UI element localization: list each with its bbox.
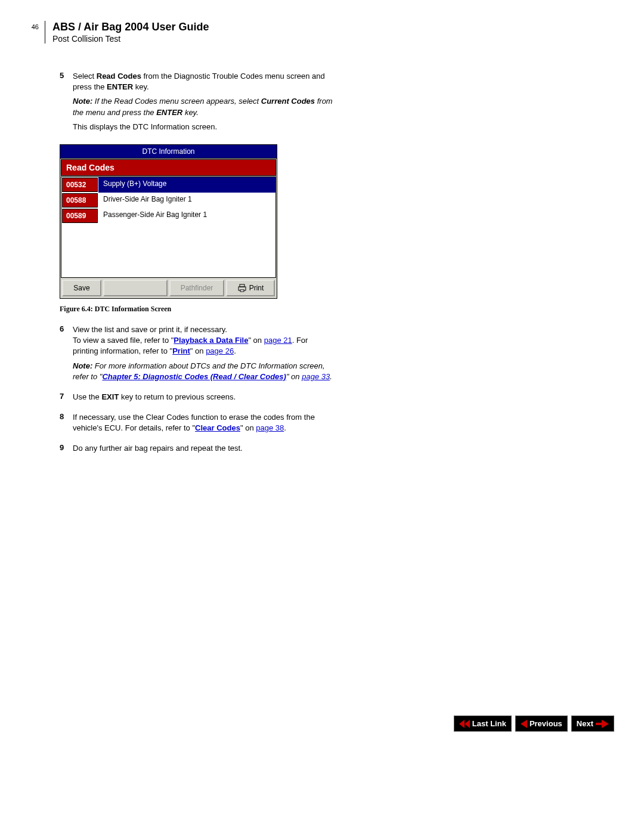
text-bold: Current Codes	[261, 97, 315, 106]
playback-link[interactable]: Playback a Data File	[174, 336, 248, 345]
text: .	[284, 423, 286, 432]
dtc-rows: 00532 Supply (B+) Voltage 00588 Driver-S…	[61, 176, 276, 278]
note-label: Note:	[73, 97, 95, 106]
text-bold: ENTER	[156, 108, 182, 117]
text: " on	[190, 346, 206, 355]
last-link-button[interactable]: Last Link	[454, 716, 512, 732]
screen-subtitle: Read Codes	[61, 159, 276, 176]
text: If the Read Codes menu screen appears, s…	[95, 97, 261, 106]
table-row[interactable]: 00532 Supply (B+) Voltage	[61, 177, 275, 193]
text: key to return to previous screens.	[119, 392, 236, 401]
text: To view a saved file, refer to "	[73, 336, 174, 345]
chevron-double-left-icon	[459, 720, 470, 728]
text: " on	[240, 423, 256, 432]
svg-marker-4	[465, 720, 470, 728]
header-divider	[45, 21, 45, 44]
nav-label: Previous	[530, 719, 562, 728]
table-row[interactable]: 00588 Driver-Side Air Bag Igniter 1	[61, 193, 275, 208]
step-number: 5	[60, 71, 73, 136]
text: Do any further air bag repairs and repea…	[73, 443, 334, 454]
page38-link[interactable]: page 38	[256, 423, 284, 432]
print-label: Print	[249, 284, 264, 292]
text: " on	[286, 372, 302, 381]
page-subtitle: Post Collision Test	[52, 34, 614, 44]
dtc-code: 00589	[62, 209, 98, 223]
svg-rect-1	[240, 284, 244, 287]
page-title: ABS / Air Bag 2004 User Guide	[52, 21, 614, 33]
blank-button[interactable]	[103, 280, 168, 296]
dtc-desc: Supply (B+) Voltage	[98, 177, 275, 193]
text: key.	[182, 108, 199, 117]
nav-label: Last Link	[472, 719, 506, 728]
step-number: 9	[60, 443, 73, 457]
dtc-code: 00588	[62, 193, 98, 208]
step-7: 7 Use the EXIT key to return to previous…	[60, 392, 334, 406]
step-9: 9 Do any further air bag repairs and rep…	[60, 443, 334, 457]
pathfinder-button[interactable]: Pathfinder	[169, 280, 224, 296]
print-link[interactable]: Print	[172, 346, 190, 355]
clear-codes-link[interactable]: Clear Codes	[195, 423, 240, 432]
next-button[interactable]: Next	[571, 716, 614, 732]
text: Use the	[73, 392, 101, 401]
svg-marker-5	[521, 720, 527, 728]
page-number: 46	[24, 21, 39, 30]
text-bold: ENTER	[107, 82, 133, 91]
note-label: Note:	[73, 361, 95, 370]
svg-marker-7	[602, 720, 609, 728]
text: Select	[73, 72, 97, 80]
text: key.	[133, 82, 149, 91]
step-8: 8 If necessary, use the Clear Codes func…	[60, 412, 334, 437]
text: .	[330, 372, 332, 381]
print-icon	[237, 284, 247, 292]
previous-button[interactable]: Previous	[515, 716, 568, 732]
print-button[interactable]: Print	[226, 280, 275, 296]
step-number: 8	[60, 412, 73, 437]
chevron-left-icon	[521, 720, 527, 728]
dtc-code: 00532	[62, 178, 98, 192]
page26-link[interactable]: page 26	[206, 346, 234, 355]
screen-title: DTC Information	[60, 145, 277, 159]
text-bold: Read Codes	[97, 72, 141, 80]
chevron-right-icon	[596, 720, 609, 728]
page33-link[interactable]: page 33	[302, 372, 330, 381]
text: " on	[248, 336, 264, 345]
save-button[interactable]: Save	[62, 280, 101, 296]
text: .	[234, 346, 236, 355]
text: This displays the DTC Information screen…	[73, 122, 334, 132]
svg-rect-2	[240, 290, 244, 292]
table-row[interactable]: 00589 Passenger-Side Air Bag Igniter 1	[61, 208, 275, 224]
step-number: 6	[60, 324, 73, 386]
nav-label: Next	[577, 719, 593, 728]
text-bold: EXIT	[101, 392, 119, 401]
chapter5-link[interactable]: Chapter 5: Diagnostic Codes (Read / Clea…	[102, 372, 286, 381]
dtc-screen: DTC Information Read Codes 00532 Supply …	[60, 144, 277, 299]
dtc-desc: Driver-Side Air Bag Igniter 1	[98, 193, 275, 208]
dtc-desc: Passenger-Side Air Bag Igniter 1	[98, 208, 275, 224]
text: View the list and save or print it, if n…	[73, 324, 334, 335]
step-6: 6 View the list and save or print it, if…	[60, 324, 334, 386]
svg-marker-3	[459, 720, 465, 728]
page21-link[interactable]: page 21	[264, 336, 292, 345]
figure-caption: Figure 6.4: DTC Information Screen	[60, 305, 334, 314]
step-5: 5 Select Read Codes from the Diagnostic …	[60, 71, 334, 136]
step-number: 7	[60, 392, 73, 406]
